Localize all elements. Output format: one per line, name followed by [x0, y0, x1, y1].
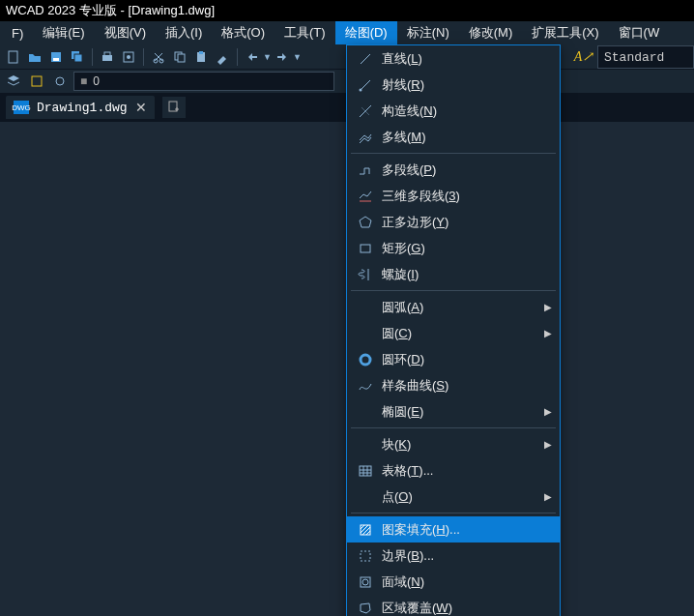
menu-item[interactable]: F)	[2, 23, 33, 44]
menu-item-label: 多段线(P)	[376, 161, 552, 179]
dropdown-arrow-icon[interactable]: ▼	[293, 52, 302, 62]
svg-line-18	[361, 54, 370, 64]
save-icon[interactable]	[46, 47, 66, 67]
svg-rect-33	[361, 525, 370, 535]
menu-item[interactable]: 样条曲线(S)	[347, 372, 560, 398]
menu-item[interactable]: 矩形(G)	[347, 235, 560, 261]
hatch-icon	[355, 521, 376, 539]
preview-icon[interactable]	[119, 47, 138, 67]
polygon-icon	[355, 214, 376, 231]
menu-item[interactable]: 视图(V)	[95, 21, 156, 44]
menu-item[interactable]: 螺旋(I)	[347, 261, 560, 287]
svg-rect-14	[199, 51, 203, 54]
redo-icon[interactable]	[273, 47, 292, 67]
print-icon[interactable]	[98, 47, 117, 67]
layer-manager-icon[interactable]	[4, 72, 23, 91]
menu-item[interactable]: 圆环(D)	[347, 346, 560, 372]
svg-point-27	[361, 355, 370, 365]
menu-item[interactable]: 圆弧(A)▶	[347, 294, 560, 320]
toolbar-separator	[92, 48, 93, 66]
menu-item[interactable]: 圆(C)▶	[347, 320, 560, 346]
menu-item[interactable]: 区域覆盖(W)	[347, 595, 560, 616]
menu-item[interactable]: 绘图(D)	[335, 21, 397, 44]
menu-item[interactable]: 图案填充(H)...	[347, 516, 560, 543]
spline-icon	[355, 377, 376, 395]
submenu-arrow-icon: ▶	[544, 328, 552, 338]
file-tab[interactable]: DWG Drawing1.dwg ✕	[6, 96, 155, 119]
menu-item-label: 三维多段线(3)	[376, 188, 552, 205]
blank-icon	[355, 325, 376, 342]
menu-item-label: 射线(R)	[376, 76, 552, 94]
helix-icon	[355, 266, 376, 283]
close-tab-icon[interactable]: ✕	[135, 100, 147, 115]
layer-freeze-icon[interactable]	[50, 72, 70, 91]
menu-item[interactable]: 三维多段线(3)	[347, 183, 560, 209]
region-icon	[355, 573, 376, 591]
menu-item-label: 螺旋(I)	[376, 266, 552, 283]
submenu-arrow-icon: ▶	[544, 406, 552, 417]
menu-item[interactable]: 多线(M)	[347, 124, 560, 150]
menu-item[interactable]: 边界(B)...	[347, 543, 560, 569]
menu-item-label: 区域覆盖(W)	[376, 600, 552, 617]
menu-item-label: 图案填充(H)...	[376, 521, 552, 539]
textstyle-icon[interactable]: A↗	[574, 48, 593, 65]
wipeout-icon	[355, 600, 376, 617]
donut-icon	[355, 351, 376, 368]
new-tab-button[interactable]	[162, 97, 186, 118]
draw-menu-dropdown: 直线(L)射线(R)构造线(N)多线(M)多段线(P)三维多段线(3)正多边形(…	[346, 44, 561, 616]
paste-icon[interactable]	[191, 47, 211, 67]
menu-item[interactable]: 格式(O)	[212, 21, 275, 44]
menu-item[interactable]: 插入(I)	[156, 21, 212, 44]
style-dropdown[interactable]: Standard	[597, 45, 694, 69]
saveall-icon[interactable]	[68, 47, 87, 67]
menu-separator	[351, 427, 556, 428]
menu-item[interactable]: 正多边形(Y)	[347, 209, 560, 235]
toolbar-separator	[143, 48, 144, 66]
menu-item[interactable]: 标注(N)	[397, 21, 459, 44]
menu-item-label: 矩形(G)	[376, 240, 552, 257]
menu-separator	[351, 513, 556, 513]
svg-rect-25	[361, 245, 370, 252]
new-icon[interactable]	[4, 47, 23, 67]
menu-item[interactable]: 椭圆(E)▶	[347, 398, 560, 425]
copy-icon[interactable]	[170, 47, 189, 67]
svg-point-20	[360, 88, 362, 91]
svg-line-19	[361, 80, 370, 90]
menu-item[interactable]: 工具(T)	[275, 21, 335, 44]
undo-icon[interactable]	[243, 47, 262, 67]
menu-item[interactable]: 表格(T)...	[347, 457, 560, 484]
cut-icon[interactable]	[149, 47, 168, 67]
layer-state-icon[interactable]	[27, 72, 46, 91]
menu-item[interactable]: 扩展工具(X)	[522, 21, 608, 44]
blank-icon	[355, 299, 376, 316]
menu-item[interactable]: 窗口(W	[609, 21, 670, 44]
toolbar-separator	[237, 48, 238, 66]
menu-separator	[351, 290, 556, 291]
matchprop-icon[interactable]	[213, 47, 232, 67]
open-icon[interactable]	[25, 47, 44, 67]
menu-item[interactable]: 多段线(P)	[347, 157, 560, 183]
menu-item[interactable]: 编辑(E)	[33, 21, 94, 44]
menu-item-label: 表格(T)...	[376, 462, 552, 480]
svg-rect-4	[74, 54, 82, 62]
svg-line-36	[362, 527, 370, 535]
boundary-icon	[355, 547, 376, 565]
menu-item[interactable]: 直线(L)	[347, 45, 560, 72]
menu-item-label: 边界(B)...	[376, 547, 552, 565]
menu-item[interactable]: 射线(R)	[347, 72, 560, 98]
menu-item[interactable]: 构造线(N)	[347, 98, 560, 124]
menu-item[interactable]: 点(O)▶	[347, 484, 560, 510]
svg-line-35	[361, 525, 368, 533]
layer-dropdown[interactable]: ■ 0	[73, 72, 334, 91]
svg-point-16	[56, 77, 64, 85]
layer-value: 0	[93, 74, 100, 88]
menu-item[interactable]: 面域(N)	[347, 569, 560, 595]
file-tab-name: Drawing1.dwg	[37, 101, 128, 115]
svg-rect-0	[9, 51, 17, 63]
titlebar: WCAD 2023 专业版 - [Drawing1.dwg]	[0, 0, 694, 21]
xline-icon	[355, 103, 376, 120]
rect-icon	[355, 240, 376, 257]
menu-item[interactable]: 块(K)▶	[347, 431, 560, 457]
menu-item[interactable]: 修改(M)	[459, 21, 523, 44]
dropdown-arrow-icon[interactable]: ▼	[263, 52, 272, 62]
